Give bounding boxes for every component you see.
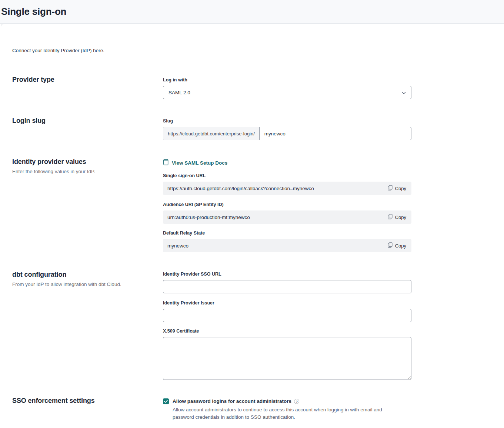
audience-uri-copy-button[interactable]: Copy: [387, 214, 407, 220]
copy-pages-icon: [388, 214, 393, 220]
dbt-configuration-subtitle: From your IdP to allow integration with …: [12, 281, 163, 288]
sso-url-copy-button[interactable]: Copy: [387, 185, 407, 192]
checkmark-icon: [164, 400, 168, 403]
slug-url-prefix: https://cloud.getdbt.com/enterprise-logi…: [163, 127, 259, 140]
x509-certificate-input[interactable]: [163, 337, 411, 380]
relay-state-value: mynewco: [167, 243, 188, 249]
section-sso-enforcement: SSO enforcement settings Allow password …: [12, 396, 504, 421]
intro-text: Connect your Identity Provider (IdP) her…: [12, 24, 504, 54]
provider-type-heading: Provider type: [12, 76, 163, 84]
audience-uri-group: Audience URI (SP Entity ID) urn:auth0:us…: [163, 202, 411, 224]
idp-issuer-group: Identity Provider Issuer: [163, 300, 411, 322]
copy-pages-icon: [388, 185, 393, 192]
relay-state-value-row: mynewco Copy: [163, 239, 411, 252]
section-provider-type: Provider type Log in with SAML 2.0: [12, 75, 504, 99]
idp-sso-url-input[interactable]: [163, 280, 411, 293]
sso-url-group: Single sign-on URL https://auth.cloud.ge…: [163, 173, 411, 195]
idp-sso-url-label: Identity Provider SSO URL: [163, 272, 411, 277]
audience-uri-value: urn:auth0:us-production-mt:mynewco: [167, 215, 250, 220]
allow-password-logins-description: Allow account administrators to continue…: [173, 406, 404, 421]
view-saml-setup-docs-link[interactable]: View SAML Setup Docs: [163, 157, 227, 167]
idp-sso-url-group: Identity Provider SSO URL: [163, 272, 411, 293]
section-dbt-configuration: dbt configuration From your IdP to allow…: [12, 269, 504, 380]
settings-card: Connect your Identity Provider (IdP) her…: [1, 24, 504, 428]
x509-certificate-label: X.509 Certificate: [163, 328, 411, 334]
slug-input-group: https://cloud.getdbt.com/enterprise-logi…: [163, 127, 411, 140]
audience-uri-value-row: urn:auth0:us-production-mt:mynewco Copy: [163, 210, 411, 224]
section-login-slug: Login slug Slug https://cloud.getdbt.com…: [12, 116, 504, 140]
allow-password-logins-label: Allow password logins for account admini…: [173, 398, 291, 405]
relay-state-group: Default Relay State mynewco Copy: [163, 230, 411, 252]
idp-values-heading: Identity provider values: [12, 158, 163, 166]
idp-values-subtitle: Enter the following values in your IdP.: [12, 168, 163, 175]
x509-certificate-group: X.509 Certificate: [163, 328, 411, 380]
section-idp-values: Identity provider values Enter the follo…: [12, 157, 504, 252]
login-slug-heading: Login slug: [12, 117, 163, 125]
idp-issuer-input[interactable]: [163, 309, 411, 322]
copy-button-label: Copy: [395, 215, 406, 220]
chevron-down-icon: [402, 90, 406, 95]
copy-button-label: Copy: [395, 186, 406, 191]
journal-document-icon: [163, 159, 168, 167]
docs-link-text: View SAML Setup Docs: [172, 160, 227, 166]
audience-uri-label: Audience URI (SP Entity ID): [163, 202, 411, 208]
provider-type-select[interactable]: SAML 2.0: [163, 86, 411, 99]
copy-button-label: Copy: [395, 243, 406, 249]
log-in-with-label: Log in with: [163, 77, 411, 83]
question-circle-icon[interactable]: ?: [294, 399, 299, 404]
relay-state-copy-button[interactable]: Copy: [387, 242, 407, 249]
copy-pages-icon: [388, 242, 393, 249]
dbt-configuration-heading: dbt configuration: [12, 271, 163, 279]
page-header: Single sign-on: [0, 0, 504, 24]
slug-input[interactable]: [259, 127, 411, 140]
sso-url-value: https://auth.cloud.getdbt.com/login/call…: [167, 186, 314, 191]
slug-label: Slug: [163, 118, 411, 124]
allow-password-logins-row: Allow password logins for account admini…: [163, 396, 411, 421]
idp-issuer-label: Identity Provider Issuer: [163, 300, 411, 306]
sso-url-value-row: https://auth.cloud.getdbt.com/login/call…: [163, 182, 411, 195]
sso-url-label: Single sign-on URL: [163, 173, 411, 179]
provider-type-selected-value: SAML 2.0: [168, 90, 190, 95]
allow-password-logins-checkbox[interactable]: [163, 398, 169, 404]
relay-state-label: Default Relay State: [163, 230, 411, 236]
sso-enforcement-heading: SSO enforcement settings: [12, 397, 163, 405]
page-title: Single sign-on: [1, 6, 66, 17]
